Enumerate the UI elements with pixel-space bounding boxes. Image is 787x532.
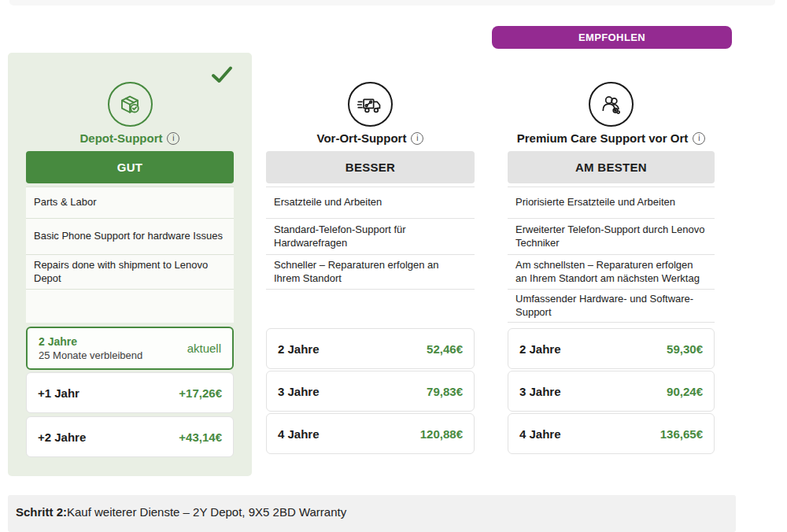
duration-label: 3 Jahre: [278, 385, 320, 398]
feature-list-depot: Parts & Labor Basic Phone Support for ha…: [26, 187, 234, 323]
duration-label: +2 Jahre: [38, 430, 86, 444]
tier-button-gut[interactable]: GUT: [26, 151, 234, 183]
feature-item: Parts & Labor: [26, 187, 234, 219]
top-strip: [9, 0, 775, 6]
duration-label: 3 Jahre: [519, 385, 561, 398]
price-option[interactable]: 4 Jahre 120,88€: [266, 413, 475, 454]
price-value: 90,24€: [667, 385, 703, 398]
package-check-icon: [108, 82, 153, 127]
feature-item: Erweiterter Telefon-Support durch Lenovo…: [508, 219, 715, 255]
price-options-onsite: 2 Jahre 52,46€ 3 Jahre 79,83€ 4 Jahre 12…: [266, 328, 475, 456]
tier-button-besser[interactable]: BESSER: [266, 151, 475, 183]
price-option[interactable]: 3 Jahre 79,83€: [266, 371, 475, 412]
price-option[interactable]: 3 Jahre 90,24€: [508, 371, 715, 412]
plan-title-text: Depot-Support: [80, 131, 163, 145]
info-icon[interactable]: [693, 132, 705, 145]
plan-card-depot[interactable]: Depot-Support GUT Parts & Labor Basic Ph…: [8, 53, 252, 476]
step-text: Kauf weiterer Dienste – 2Y Depot, 9X5 2B…: [67, 505, 346, 519]
warranty-options-panel: EMPFOHLEN Depot-Support GUT Parts & Labo…: [0, 0, 787, 532]
delivery-truck-icon: [348, 82, 393, 127]
duration-label: 2 Jahre: [519, 342, 561, 356]
remaining-label: 25 Monate verbleibend: [39, 349, 142, 361]
price-option[interactable]: 2 Jahre 52,46€: [266, 328, 475, 369]
duration-label: 4 Jahre: [278, 427, 320, 441]
plan-column-premium: Premium Care Support vor Ort AM BESTEN P…: [508, 53, 715, 476]
plan-title-text: Vor-Ort-Support: [317, 131, 407, 145]
feature-item: Standard-Telefon-Support für Hardwarefra…: [266, 219, 475, 255]
feature-item: Priorisierte Ersatzteile und Arbeiten: [508, 187, 715, 219]
price-options-depot: 2 Jahre 25 Monate verbleibend aktuell +1…: [26, 327, 234, 460]
plan-title-text: Premium Care Support vor Ort: [517, 131, 689, 145]
plan-column-onsite: Vor-Ort-Support BESSER Ersatzteile und A…: [266, 53, 475, 476]
price-value: +43,14€: [179, 430, 222, 444]
info-icon[interactable]: [411, 132, 423, 145]
price-value: +17,26€: [179, 386, 222, 400]
recommended-badge: EMPFOHLEN: [492, 26, 732, 49]
plan-title-depot: Depot-Support: [26, 131, 234, 145]
price-value: 136,65€: [660, 427, 703, 441]
price-value: 59,30€: [667, 342, 703, 356]
price-option[interactable]: +2 Jahre +43,14€: [26, 416, 234, 457]
feature-item: Basic Phone Support for hardware Issues: [26, 219, 234, 255]
price-value: 79,83€: [427, 385, 463, 398]
duration-label: +1 Jahr: [38, 386, 79, 400]
current-status-label: aktuell: [187, 342, 221, 355]
selected-check-icon: [211, 65, 233, 84]
feature-list-onsite: Ersatzteile und Arbeiten Standard-Telefo…: [266, 187, 475, 290]
duration-label: 2 Jahre: [278, 342, 320, 356]
price-option-current[interactable]: 2 Jahre 25 Monate verbleibend aktuell: [26, 327, 234, 370]
price-options-premium: 2 Jahre 59,30€ 3 Jahre 90,24€ 4 Jahre 13…: [508, 328, 715, 456]
info-icon[interactable]: [167, 132, 179, 145]
price-option[interactable]: 4 Jahre 136,65€: [508, 413, 715, 454]
plan-title-onsite: Vor-Ort-Support: [266, 131, 475, 145]
step-footer: Schritt 2:Kauf weiterer Dienste – 2Y Dep…: [8, 495, 736, 532]
tier-button-am-besten[interactable]: AM BESTEN: [508, 151, 715, 183]
duration-label: 4 Jahre: [519, 427, 561, 441]
feature-item: Umfassender Hardware- und Software-Suppo…: [508, 290, 715, 323]
duration-label: 2 Jahre: [39, 335, 142, 348]
feature-item: Repairs done with shipment to Lenovo Dep…: [26, 255, 234, 290]
feature-list-premium: Priorisierte Ersatzteile und Arbeiten Er…: [508, 187, 715, 323]
support-people-icon: [589, 82, 634, 127]
feature-item: Schneller – Reparaturen erfolgen an Ihre…: [266, 255, 475, 290]
feature-item: Am schnellsten – Reparaturen erfolgen an…: [508, 255, 715, 290]
plan-title-premium: Premium Care Support vor Ort: [508, 131, 715, 145]
step-label: Schritt 2:: [16, 505, 67, 519]
feature-item: Ersatzteile und Arbeiten: [266, 187, 475, 219]
price-option[interactable]: 2 Jahre 59,30€: [508, 328, 715, 369]
price-value: 52,46€: [427, 342, 463, 356]
price-value: 120,88€: [420, 427, 463, 441]
feature-item-empty: [26, 290, 234, 323]
price-option[interactable]: +1 Jahr +17,26€: [26, 372, 234, 413]
